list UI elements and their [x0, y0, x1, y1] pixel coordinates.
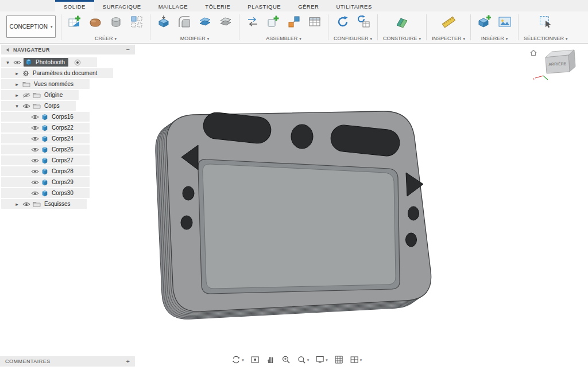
visibility-eye-icon[interactable]: [31, 169, 39, 174]
tree-row-body[interactable]: Corps26: [1, 144, 135, 155]
look-at-button[interactable]: [248, 354, 262, 365]
configure-button[interactable]: [335, 14, 351, 30]
insert-design-icon: [477, 15, 491, 29]
create-sketch-button[interactable]: [67, 14, 83, 30]
display-settings-button[interactable]: ▾: [313, 354, 330, 365]
grid-and-snaps-button[interactable]: [332, 354, 346, 365]
tab-maillage[interactable]: MAILLAGE: [150, 0, 197, 11]
select-button[interactable]: [537, 14, 554, 30]
body-icon: [41, 168, 48, 175]
chevron-down-icon: ▾: [207, 37, 210, 41]
selected-component-photobooth[interactable]: Photobooth: [24, 58, 68, 67]
visibility-eye-icon[interactable]: [31, 190, 39, 196]
tab-plastique[interactable]: PLASTIQUE: [239, 0, 289, 11]
expand-comments-button[interactable]: +: [126, 358, 130, 365]
viewport-3d[interactable]: NAVIGATEUR − ▾ Photobooth: [0, 44, 588, 370]
fit-button[interactable]: ▾: [295, 354, 312, 365]
tree-row-sketches-folder[interactable]: ▸ Esquisses: [1, 198, 135, 209]
home-icon[interactable]: [531, 50, 536, 56]
tab-gerer[interactable]: GÉRER: [289, 0, 327, 11]
visibility-eye-icon[interactable]: [22, 201, 30, 207]
tree-row-body[interactable]: Corps27: [1, 155, 135, 166]
insert-image-button[interactable]: [497, 14, 513, 30]
collapse-panel-icon[interactable]: [5, 48, 10, 52]
configure-group-dropdown[interactable]: CONFIGURER ▾: [334, 34, 372, 42]
tree-row-body[interactable]: Corps28: [1, 166, 135, 177]
viewports-icon: [350, 355, 359, 364]
inspect-group-dropdown[interactable]: INSPECTER ▾: [432, 34, 465, 42]
zoom-button[interactable]: [279, 354, 293, 365]
minimize-panel-button[interactable]: −: [125, 46, 131, 53]
create-form-button[interactable]: [87, 14, 103, 30]
chevron-right-icon[interactable]: ▸: [14, 92, 20, 98]
derive-button[interactable]: [245, 14, 261, 30]
visibility-eye-icon[interactable]: [31, 158, 39, 163]
modify-group-dropdown[interactable]: MODIFIER ▾: [156, 34, 234, 42]
press-pull-button[interactable]: [156, 14, 172, 30]
fit-view-icon: [297, 355, 306, 364]
pattern-button[interactable]: [129, 14, 145, 30]
chevron-right-icon[interactable]: ▸: [14, 81, 20, 87]
insert-design-button[interactable]: [476, 14, 492, 30]
visibility-eye-icon[interactable]: [31, 136, 39, 142]
shell-button[interactable]: [197, 14, 213, 30]
orbit-button[interactable]: ▾: [229, 354, 246, 365]
new-component-button[interactable]: [265, 14, 281, 30]
joint-icon: [287, 15, 301, 29]
select-group-dropdown[interactable]: SÉLECTIONNER ▾: [524, 34, 568, 42]
toolbar-group-insert: INSÉRER ▾: [472, 11, 517, 43]
tab-utilitaires[interactable]: UTILITAIRES: [327, 0, 380, 11]
comments-panel[interactable]: COMMENTAIRES +: [0, 356, 135, 367]
tree-row-body[interactable]: Corps29: [1, 177, 135, 188]
visibility-eye-icon[interactable]: [31, 125, 39, 131]
tree-row-origin[interactable]: ▸ Origine: [1, 89, 135, 100]
fillet-button[interactable]: [176, 14, 192, 30]
tab-solide[interactable]: SOLIDE: [55, 0, 94, 11]
view-cube[interactable]: ARRIÈRE x: [526, 45, 581, 81]
tree-row-body[interactable]: Corps24: [1, 133, 135, 144]
chevron-right-icon[interactable]: ▸: [14, 201, 20, 207]
tree-row-named-views[interactable]: ▸ Vues nommées: [1, 79, 135, 89]
visibility-eye-icon[interactable]: [31, 147, 39, 153]
visibility-eye-icon[interactable]: [22, 103, 30, 109]
chevron-down-icon[interactable]: ▾: [14, 103, 20, 109]
assemble-group-dropdown[interactable]: ASSEMBLER ▾: [245, 34, 323, 42]
body-label: Corps24: [51, 135, 74, 142]
fillet-icon: [177, 15, 191, 29]
construction-plane-button[interactable]: [394, 14, 410, 30]
tree-row-body[interactable]: Corps16: [1, 111, 135, 122]
visibility-eye-icon[interactable]: [13, 60, 21, 65]
joint-button[interactable]: [286, 14, 302, 30]
combine-button[interactable]: [218, 14, 234, 30]
main-toolbar: CONCEPTION ▾ CRÉER ▾: [0, 11, 588, 44]
measure-button[interactable]: [440, 14, 457, 30]
toolbar-tab-bar: SOLIDE SURFACIQUE MAILLAGE TÔLERIE PLAST…: [0, 0, 588, 11]
bom-table-icon: [308, 15, 322, 29]
construct-group-dropdown[interactable]: CONSTRUIRE ▾: [383, 34, 421, 42]
tree-row-root[interactable]: ▾ Photobooth: [1, 57, 135, 68]
activate-component-radio-icon[interactable]: [74, 59, 81, 66]
tab-tolerie[interactable]: TÔLERIE: [196, 0, 239, 11]
chevron-down-icon[interactable]: ▾: [5, 60, 11, 65]
insert-group-dropdown[interactable]: INSÉRER ▾: [476, 34, 513, 42]
visibility-eye-icon[interactable]: [31, 114, 39, 120]
workspace-switcher-button[interactable]: CONCEPTION ▾: [6, 15, 56, 38]
viewports-button[interactable]: ▾: [347, 354, 365, 365]
photobooth-3d-model[interactable]: [144, 92, 454, 333]
folder-icon: [22, 81, 30, 87]
tree-row-bodies-folder[interactable]: ▾ Corps: [1, 100, 135, 111]
insert-group-label: INSÉRER: [481, 36, 504, 41]
tree-row-body[interactable]: Corps22: [1, 122, 135, 133]
create-primitive-button[interactable]: [108, 14, 124, 30]
configuration-table-button[interactable]: [355, 14, 372, 30]
tree-row-body[interactable]: Corps30: [1, 188, 135, 198]
visibility-eye-off-icon[interactable]: [22, 92, 30, 98]
create-group-dropdown[interactable]: CRÉER ▾: [67, 34, 145, 42]
visibility-eye-icon[interactable]: [31, 180, 39, 185]
bom-table-button[interactable]: [307, 14, 323, 30]
chevron-right-icon[interactable]: ▸: [14, 71, 20, 76]
pan-button[interactable]: [264, 354, 277, 365]
tree-row-document-settings[interactable]: ▸ Paramètres du document: [1, 68, 135, 79]
view-cube-body[interactable]: ARRIÈRE: [546, 50, 575, 73]
tab-surfacique[interactable]: SURFACIQUE: [94, 0, 150, 11]
